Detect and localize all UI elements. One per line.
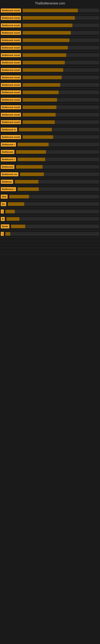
bar-container [23,98,99,102]
bottleneck-badge[interactable]: Bo [1,202,6,206]
progress-bar [6,217,19,221]
bottleneck-badge[interactable]: Bottleneck result [1,76,21,80]
bottleneck-badge[interactable]: Bottleneck result [1,90,21,94]
bottleneck-item: Bottlenec [0,178,100,186]
bottleneck-item: Bott [0,193,100,200]
bottleneck-badge[interactable]: Bottleneck result [1,46,21,50]
site-title: TheBottlenecker.com [0,0,100,7]
bottleneck-badge[interactable]: | [1,210,4,214]
bottleneck-item: Bottleneck res [0,171,100,178]
bar-container [6,217,99,221]
bottleneck-badge[interactable]: Bottleneck res [1,172,18,176]
bottleneck-badge[interactable]: Bottleneck result [1,60,21,64]
bar-container [11,224,99,228]
bottleneck-item: Bottleneck result [0,22,100,29]
bottleneck-item: B [0,215,100,223]
bottleneck-badge[interactable]: Bottleneck result [1,105,21,109]
bottleneck-badge[interactable]: Bottleneck [1,150,14,154]
bottleneck-badge[interactable]: Bottleneck re [1,128,17,132]
bottleneck-item: Bottleneck result [0,14,100,22]
bottleneck-badge[interactable]: Bottle [1,224,9,228]
bottleneck-badge[interactable]: Bott [1,194,8,199]
bottleneck-item: Bottle [0,223,100,230]
bar-container [23,135,99,139]
bottleneck-item: Bottleneck result [0,89,100,96]
bottleneck-badge[interactable]: Bottleneck [1,165,14,169]
bottleneck-item: Bottleneck result [0,52,100,59]
progress-bar [23,31,71,34]
bottleneck-badge[interactable]: Bottleneck result [1,98,21,102]
bottleneck-badge[interactable]: Bottleneck result [1,83,21,87]
bottleneck-item: Bottleneck result [0,118,100,126]
bottleneck-badge[interactable]: Bottleneck result [1,120,21,124]
progress-bar [23,46,68,50]
progress-bar [23,106,56,109]
bar-container [19,128,99,132]
bottleneck-item: Bo [0,200,100,208]
bottleneck-badge[interactable]: Bottleneck r [1,158,16,162]
bar-container [23,9,99,12]
bar-container [23,76,99,79]
bottleneck-item: Bottleneck result [0,59,100,66]
bottleneck-item: Bottleneck [0,148,100,156]
bar-container [5,232,99,236]
bottleneck-badge[interactable]: | [1,232,4,236]
bottleneck-badge[interactable]: Bottleneck result [1,53,21,57]
bottleneck-badge[interactable]: Bottleneck result [1,8,21,12]
progress-bar [15,180,38,184]
bottleneck-item: Bottleneck result [0,7,100,14]
bottleneck-badge[interactable]: Bottleneck result [1,23,21,27]
progress-bar [23,76,62,79]
progress-bar [23,83,60,87]
bar-container [23,68,99,72]
bottleneck-item: Bottleneck result [0,111,100,118]
progress-bar [23,38,69,42]
progress-bar [5,210,15,213]
bar-container [5,210,99,213]
bar-container [23,38,99,42]
bottleneck-badge[interactable]: Bottlenec [1,180,13,184]
bottleneck-badge[interactable]: Bottleneck result [1,31,21,35]
progress-bar [23,9,78,12]
bottleneck-badge[interactable]: Bottleneck r [1,142,16,146]
bar-container [9,195,99,198]
progress-bar [5,232,10,236]
bar-container [23,46,99,50]
bottleneck-item: Bottleneck re [0,126,100,134]
progress-bar [11,224,25,228]
bottleneck-badge[interactable]: Bottleneck result [1,16,21,20]
bottleneck-item: Bottleneck result [0,134,100,141]
bar-container [23,120,99,124]
bottleneck-item: Bottleneck result [0,44,100,52]
bar-container [18,158,99,161]
bar-container [20,172,99,176]
bottleneck-item: Bottleneck result [0,81,100,89]
bottleneck-item: Bottleneck r [0,186,100,193]
progress-bar [23,16,75,20]
bar-container [23,113,99,116]
bottleneck-badge[interactable]: B [1,217,5,221]
bottleneck-item: Bottleneck result [0,74,100,81]
bar-container [23,90,99,94]
progress-bar [23,120,55,124]
bottleneck-badge[interactable]: Bottleneck result [1,113,21,117]
bottleneck-badge[interactable]: Bottleneck r [1,187,16,191]
bottleneck-item: | [0,230,100,238]
bottleneck-item [0,244,100,248]
bottleneck-item: Bottleneck result [0,66,100,74]
bar-container [23,31,99,34]
bar-container [23,106,99,109]
progress-bar [23,53,66,57]
progress-bar [8,202,24,206]
progress-bar [18,187,39,191]
bottleneck-item: Bottleneck result [0,104,100,111]
bottleneck-badge[interactable]: Bottleneck result [1,38,21,42]
bottleneck-badge[interactable]: Bottleneck result [1,68,21,72]
bottleneck-item: Bottleneck result [0,96,100,104]
bottleneck-badge[interactable]: Bottleneck result [1,135,21,139]
bar-container [15,180,99,184]
bottleneck-item [0,241,100,244]
bottleneck-item: Bottleneck r [0,156,100,163]
progress-bar [23,113,56,116]
progress-bar [20,172,44,176]
